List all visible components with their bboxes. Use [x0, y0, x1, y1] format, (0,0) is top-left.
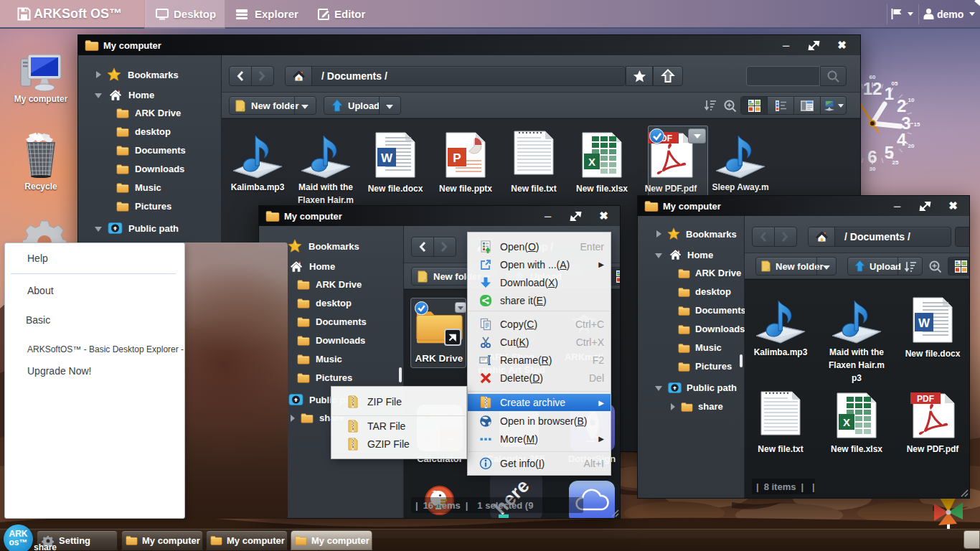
svg-text:30: 30	[870, 166, 876, 172]
svg-text:6: 6	[867, 147, 877, 166]
svg-text:10: 10	[908, 97, 915, 103]
svg-text:15: 15	[914, 121, 920, 128]
svg-text:20: 20	[908, 143, 915, 149]
svg-text:4: 4	[897, 130, 907, 149]
svg-text:1: 1	[885, 84, 894, 103]
svg-text:5: 5	[885, 143, 894, 162]
svg-text:12: 12	[863, 79, 882, 98]
